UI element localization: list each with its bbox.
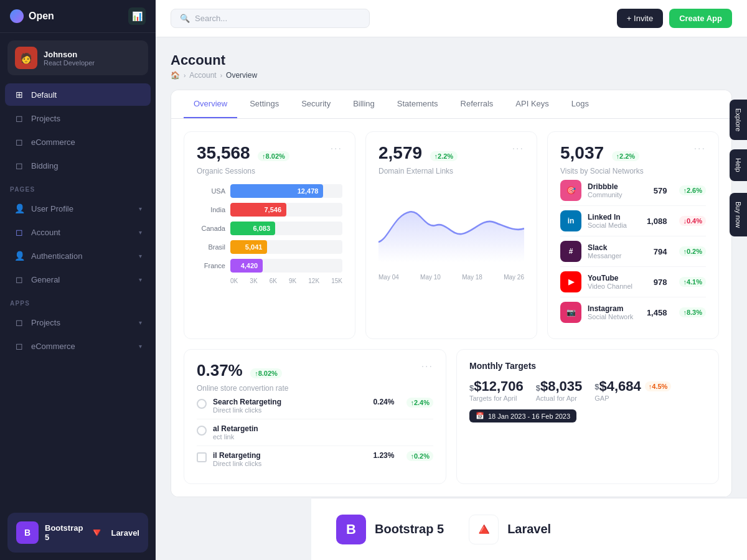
chevron-down-icon: ▾ (139, 319, 142, 326)
organic-menu-dots[interactable]: ··· (331, 143, 342, 154)
bar-value: 5,041 (245, 243, 263, 251)
social-type: Video Channel (588, 282, 647, 290)
social-name: Linked In (588, 213, 641, 222)
social-name: Slack (588, 243, 647, 252)
retargeting-item: Search Retargeting Direct link clicks 0.… (197, 393, 433, 419)
user-name: Johnson (44, 50, 141, 59)
social-badge: ↑0.2% (679, 246, 706, 256)
tab-referrals[interactable]: Referrals (451, 90, 504, 118)
retargeting-list: Search Retargeting Direct link clicks 0.… (197, 393, 433, 472)
email-dot (197, 452, 207, 462)
tab-api-keys[interactable]: API Keys (505, 90, 558, 118)
sidebar-logo: Open (10, 9, 54, 23)
actual-april-item: $$8,035 Actual for Apr (536, 378, 583, 402)
targets-row: $$12,706 Targets for April $$8,035 Actua… (469, 378, 706, 402)
social-icon: 📷 (560, 302, 581, 323)
organic-value: 35,568 (197, 143, 250, 162)
bar-fill: 4,420 (230, 259, 263, 273)
conversion-menu-dots[interactable]: ··· (421, 361, 433, 372)
domain-menu-dots[interactable]: ··· (512, 143, 524, 154)
sidebar-header: Open 📊 (0, 0, 156, 33)
domain-badge: ↑2.2% (430, 151, 458, 161)
bootstrap-promo-name: Bootstrap 5 (375, 522, 444, 536)
laravel-promo-name: Laravel (507, 522, 551, 536)
social-info: Dribbble Community (588, 182, 647, 198)
breadcrumb-sep-2: › (220, 72, 222, 79)
bar-value: 4,420 (241, 262, 258, 269)
social-menu-dots[interactable]: ··· (694, 143, 706, 154)
tab-overview[interactable]: Overview (184, 90, 237, 118)
sidebar-item-user-profile[interactable]: 👤 User Profile ▾ (5, 197, 151, 220)
retargeting-item: al Retargetin ect link (197, 419, 433, 446)
social-info: Slack Messanger (588, 243, 647, 259)
breadcrumb: 🏠 › Account › Overview (171, 71, 732, 80)
create-app-button[interactable]: Create App (669, 9, 732, 28)
explore-tab[interactable]: Explore (730, 100, 747, 140)
sidebar-item-default[interactable]: ⊞ Default (5, 83, 151, 106)
social-type: Social Network (588, 313, 641, 320)
social-name: YouTube (588, 274, 647, 282)
social-type: Community (588, 191, 647, 198)
user-card: 🧑 Johnson React Developer (7, 40, 148, 75)
gap-label: GAP (594, 394, 671, 402)
organic-label: Organic Sessions (197, 167, 342, 175)
sidebar-item-general[interactable]: ◻ General ▾ (5, 268, 151, 291)
breadcrumb-home[interactable]: 🏠 (171, 71, 180, 80)
conversion-badge: ↑8.02% (250, 368, 282, 378)
bar-row: India 7,546 (197, 203, 342, 217)
rt-info: Search Retargeting Direct link clicks (213, 398, 281, 414)
rt-label: Search Retargeting (213, 398, 281, 406)
targets-april-item: $$12,706 Targets for April (469, 378, 524, 402)
tab-billing[interactable]: Billing (343, 90, 385, 118)
rt-badge: ↑0.2% (406, 451, 433, 461)
pages-section-label: PAGES (0, 177, 156, 197)
x-label-4: May 26 (504, 274, 524, 281)
social-count: 1,458 (647, 308, 667, 317)
social-badge: ↓0.4% (679, 216, 706, 226)
sidebar-item-ecommerce[interactable]: ◻ eCommerce (5, 131, 151, 153)
bar-value: 7,546 (264, 206, 281, 213)
social-badge: ↑2.2% (612, 151, 640, 161)
sidebar-item-account[interactable]: ◻ Account ▾ (5, 221, 151, 243)
buy-now-tab[interactable]: Buy now (730, 193, 747, 236)
bootstrap-promo: B Bootstrap 5 (336, 515, 444, 544)
tab-security[interactable]: Security (291, 90, 341, 118)
app-ecommerce-icon: ◻ (14, 340, 25, 352)
line-chart: May 04 May 10 May 18 May 26 (378, 182, 524, 269)
bar-value: 6,083 (253, 225, 270, 232)
x-label-3: May 18 (462, 274, 482, 281)
help-tab[interactable]: Help (730, 149, 747, 181)
social-badge: ↑8.3% (679, 307, 706, 317)
bar-value: 12,478 (298, 187, 319, 195)
line-chart-x-labels: May 04 May 10 May 18 May 26 (378, 271, 524, 281)
sidebar-analytics-button[interactable]: 📊 (128, 7, 146, 25)
tab-logs[interactable]: Logs (561, 90, 599, 118)
app-projects-icon: ◻ (14, 317, 25, 328)
targets-label: Targets for April (469, 394, 524, 402)
bar-row: USA 12,478 (197, 184, 342, 198)
account-icon: ◻ (14, 226, 25, 238)
sidebar-item-projects[interactable]: ◻ Projects (5, 107, 151, 129)
breadcrumb-sep-1: › (184, 72, 186, 79)
invite-button[interactable]: + Invite (617, 9, 663, 28)
breadcrumb-account[interactable]: Account (189, 71, 216, 80)
laravel-promo: 🔺 Laravel (469, 515, 551, 544)
social-info: Linked In Social Media (588, 213, 641, 229)
sidebar-item-bidding[interactable]: ◻ Bidding (5, 154, 151, 177)
social-value: 5,037 (560, 143, 604, 162)
conversion-card: 0.37% ↑8.02% ··· Online store convertion… (184, 349, 446, 484)
bar-row: Canada 6,083 (197, 222, 342, 235)
sidebar-item-app-projects[interactable]: ◻ Projects ▾ (5, 311, 151, 334)
bar-track: 12,478 (230, 184, 342, 198)
tab-statements[interactable]: Statements (387, 90, 448, 118)
sidebar-item-app-ecommerce[interactable]: ◻ eCommerce ▾ (5, 335, 151, 357)
axis-label: 12K (308, 278, 319, 284)
chevron-down-icon: ▾ (139, 253, 142, 259)
sidebar-item-authentication[interactable]: 👤 Authentication ▾ (5, 245, 151, 267)
conversion-label: Online store convertion rate (197, 384, 433, 393)
rt-badge: ↑2.4% (406, 398, 433, 408)
search-box[interactable]: 🔍 Search... (171, 9, 370, 28)
tab-settings[interactable]: Settings (240, 90, 289, 118)
search-icon: 🔍 (180, 14, 190, 23)
targets-value: $$12,706 (469, 378, 524, 394)
